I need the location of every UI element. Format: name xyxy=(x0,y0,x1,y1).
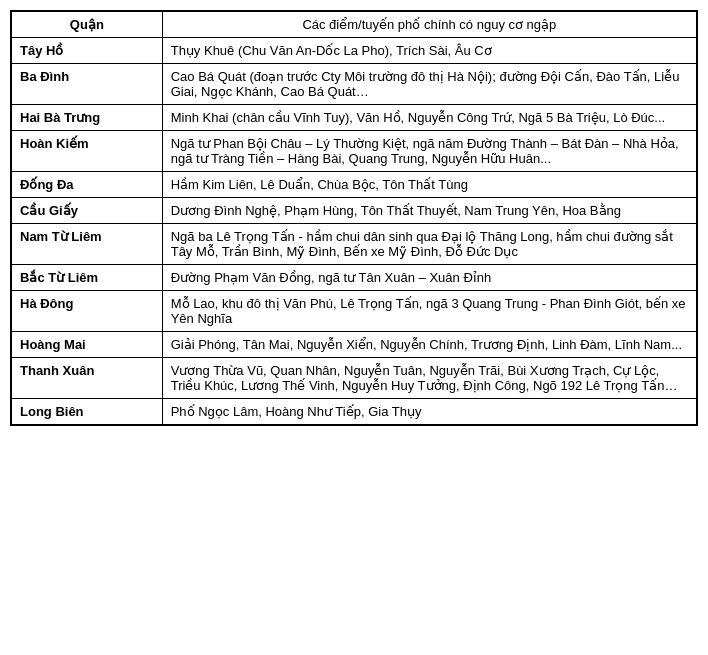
diem-cell: Minh Khai (chân cầu Vĩnh Tuy), Văn Hồ, N… xyxy=(162,105,696,131)
table-row: Thanh XuânVương Thừa Vũ, Quan Nhân, Nguy… xyxy=(12,358,697,399)
quan-cell: Tây Hồ xyxy=(12,38,163,64)
quan-cell: Long Biên xyxy=(12,399,163,425)
quan-cell: Đống Đa xyxy=(12,172,163,198)
header-diem: Các điểm/tuyến phố chính có nguy cơ ngập xyxy=(162,12,696,38)
table-row: Đống ĐaHầm Kim Liên, Lê Duẩn, Chùa Bộc, … xyxy=(12,172,697,198)
diem-cell: Phố Ngọc Lâm, Hoàng Như Tiếp, Gia Thụy xyxy=(162,399,696,425)
quan-cell: Cầu Giấy xyxy=(12,198,163,224)
quan-cell: Nam Từ Liêm xyxy=(12,224,163,265)
diem-cell: Hầm Kim Liên, Lê Duẩn, Chùa Bộc, Tôn Thấ… xyxy=(162,172,696,198)
quan-cell: Bắc Từ Liêm xyxy=(12,265,163,291)
table-row: Hoàn KiếmNgã tư Phan Bội Châu – Lý Thườn… xyxy=(12,131,697,172)
quan-cell: Ba Đình xyxy=(12,64,163,105)
table-row: Hai Bà TrưngMinh Khai (chân cầu Vĩnh Tuy… xyxy=(12,105,697,131)
diem-cell: Vương Thừa Vũ, Quan Nhân, Nguyễn Tuân, N… xyxy=(162,358,696,399)
diem-cell: Ngã tư Phan Bội Châu – Lý Thường Kiệt, n… xyxy=(162,131,696,172)
table-row: Nam Từ LiêmNgã ba Lê Trọng Tấn - hầm chu… xyxy=(12,224,697,265)
diem-cell: Cao Bá Quát (đoạn trước Cty Môi trường đ… xyxy=(162,64,696,105)
diem-cell: Ngã ba Lê Trọng Tấn - hầm chui dân sinh … xyxy=(162,224,696,265)
diem-cell: Giải Phóng, Tân Mai, Nguyễn Xiển, Nguyễn… xyxy=(162,332,696,358)
quan-cell: Hoàng Mai xyxy=(12,332,163,358)
table-row: Hoàng MaiGiải Phóng, Tân Mai, Nguyễn Xiể… xyxy=(12,332,697,358)
quan-cell: Hà Đông xyxy=(12,291,163,332)
header-quan: Quận xyxy=(12,12,163,38)
diem-cell: Đường Phạm Văn Đồng, ngã tư Tân Xuân – X… xyxy=(162,265,696,291)
table-row: Ba ĐìnhCao Bá Quát (đoạn trước Cty Môi t… xyxy=(12,64,697,105)
diem-cell: Thụy Khuê (Chu Văn An-Dốc La Pho), Trích… xyxy=(162,38,696,64)
diem-cell: Dương Đình Nghệ, Phạm Hùng, Tôn Thất Thu… xyxy=(162,198,696,224)
table-row: Bắc Từ LiêmĐường Phạm Văn Đồng, ngã tư T… xyxy=(12,265,697,291)
flood-risk-table: Quận Các điểm/tuyến phố chính có nguy cơ… xyxy=(10,10,698,426)
quan-cell: Hai Bà Trưng xyxy=(12,105,163,131)
table-row: Tây HồThụy Khuê (Chu Văn An-Dốc La Pho),… xyxy=(12,38,697,64)
table-row: Hà ĐôngMỗ Lao, khu đô thị Văn Phú, Lê Tr… xyxy=(12,291,697,332)
quan-cell: Hoàn Kiếm xyxy=(12,131,163,172)
quan-cell: Thanh Xuân xyxy=(12,358,163,399)
table-row: Cầu GiấyDương Đình Nghệ, Phạm Hùng, Tôn … xyxy=(12,198,697,224)
diem-cell: Mỗ Lao, khu đô thị Văn Phú, Lê Trọng Tấn… xyxy=(162,291,696,332)
table-row: Long BiênPhố Ngọc Lâm, Hoàng Như Tiếp, G… xyxy=(12,399,697,425)
